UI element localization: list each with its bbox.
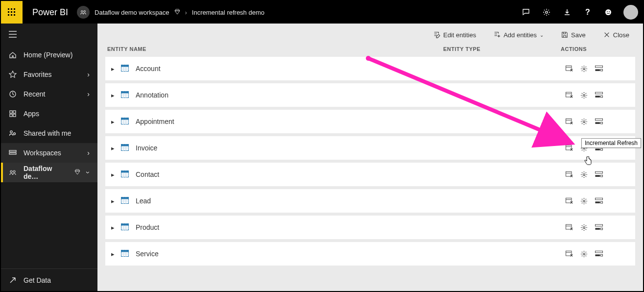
incremental-refresh-action-icon[interactable] <box>595 92 603 98</box>
incremental-refresh-action-icon[interactable] <box>595 224 603 231</box>
svg-rect-116 <box>601 228 603 230</box>
settings-button[interactable] <box>536 1 557 24</box>
svg-rect-59 <box>566 119 572 123</box>
settings-action-icon[interactable] <box>580 197 588 204</box>
expand-caret-icon[interactable]: ▸ <box>111 250 118 258</box>
nav-workspaces[interactable]: Workspaces › <box>1 143 97 163</box>
nav-home[interactable]: Home (Preview) <box>1 45 97 65</box>
properties-action-icon[interactable] <box>566 224 573 231</box>
svg-rect-36 <box>595 66 602 68</box>
expand-caret-icon[interactable]: ▸ <box>111 92 118 99</box>
properties-action-icon[interactable] <box>566 145 573 151</box>
breadcrumb-separator: › <box>185 9 187 16</box>
expand-caret-icon[interactable]: ▸ <box>111 145 118 152</box>
user-avatar[interactable] <box>623 5 638 20</box>
edit-entities-button[interactable]: Edit entities <box>433 31 476 39</box>
svg-rect-64 <box>601 122 603 124</box>
entity-row[interactable]: ▸ Annotation <box>105 83 635 107</box>
entity-row[interactable]: ▸ Invoice <box>105 136 635 160</box>
tooltip-incremental-refresh: Incremental Refresh <box>581 138 641 148</box>
shared-icon <box>9 129 17 137</box>
incremental-refresh-action-icon[interactable] <box>595 65 603 72</box>
svg-rect-77 <box>601 148 603 150</box>
svg-point-10 <box>84 11 86 13</box>
incremental-refresh-action-icon[interactable] <box>595 197 603 204</box>
svg-rect-3 <box>8 11 9 13</box>
settings-action-icon[interactable] <box>580 224 588 231</box>
expand-caret-icon[interactable]: ▸ <box>111 224 118 231</box>
nav-shared[interactable]: Shared with me <box>1 123 97 143</box>
properties-action-icon[interactable] <box>566 250 573 257</box>
add-entities-button[interactable]: Add entities ⌄ <box>494 31 544 39</box>
table-entity-icon <box>121 223 129 232</box>
settings-action-icon[interactable] <box>580 171 588 178</box>
download-icon <box>563 8 571 16</box>
expand-caret-icon[interactable]: ▸ <box>111 118 118 125</box>
properties-action-icon[interactable] <box>566 118 573 125</box>
svg-rect-8 <box>14 14 15 16</box>
settings-action-icon[interactable] <box>580 92 588 98</box>
svg-rect-33 <box>566 66 572 71</box>
table-entity-icon <box>121 65 129 73</box>
svg-rect-90 <box>601 175 603 177</box>
expand-caret-icon[interactable]: ▸ <box>111 171 118 178</box>
close-button[interactable]: Close <box>603 31 629 39</box>
tool-label: Save <box>571 31 586 39</box>
gear-icon <box>543 8 550 16</box>
nav-apps[interactable]: Apps <box>1 104 97 123</box>
workspaces-icon <box>9 149 17 157</box>
nav-favorites[interactable]: Favorites › <box>1 65 97 84</box>
svg-point-24 <box>10 170 12 172</box>
svg-rect-6 <box>8 14 9 16</box>
svg-point-13 <box>607 11 608 12</box>
settings-action-icon[interactable] <box>580 118 588 125</box>
properties-action-icon[interactable] <box>566 92 573 98</box>
svg-rect-46 <box>566 92 572 97</box>
svg-rect-16 <box>10 111 12 113</box>
svg-rect-1 <box>11 8 12 10</box>
star-icon <box>9 71 17 78</box>
workspace-group-icon <box>9 169 17 176</box>
properties-action-icon[interactable] <box>566 171 573 178</box>
entity-row[interactable]: ▸ Appointment <box>105 110 635 133</box>
svg-rect-32 <box>121 65 129 67</box>
nav-get-data[interactable]: Get Data <box>1 268 97 291</box>
breadcrumb-workspace[interactable]: Dataflow demo workspace <box>95 9 169 16</box>
settings-action-icon[interactable] <box>580 65 588 72</box>
nav-toggle-button[interactable] <box>1 24 97 45</box>
help-button[interactable]: ? <box>577 1 598 24</box>
expand-caret-icon[interactable]: ▸ <box>111 65 118 73</box>
entity-list: ▸ Account ▸ Annotation <box>97 57 643 268</box>
entity-row[interactable]: ▸ Account <box>105 57 635 80</box>
svg-rect-76 <box>595 148 600 150</box>
table-entity-icon <box>121 118 129 126</box>
svg-rect-4 <box>11 11 12 13</box>
nav-current-workspace[interactable]: Dataflow de… › <box>1 163 97 182</box>
svg-rect-45 <box>121 91 129 93</box>
save-button[interactable]: Save <box>561 31 586 39</box>
chevron-right-icon: › <box>87 71 90 78</box>
properties-action-icon[interactable] <box>566 197 573 204</box>
settings-action-icon[interactable] <box>580 250 588 257</box>
expand-caret-icon[interactable]: ▸ <box>111 197 118 205</box>
entity-row[interactable]: ▸ Contact <box>105 163 635 186</box>
breadcrumb-item[interactable]: Incremental refresh demo <box>192 9 264 16</box>
app-launcher-button[interactable] <box>1 1 23 24</box>
svg-point-20 <box>10 131 12 133</box>
entity-row[interactable]: ▸ Product <box>105 216 635 239</box>
smile-button[interactable] <box>598 1 619 24</box>
smile-icon <box>604 8 612 16</box>
incremental-refresh-action-icon[interactable] <box>595 171 603 178</box>
svg-rect-7 <box>11 14 12 16</box>
feedback-button[interactable] <box>516 1 536 24</box>
entity-row[interactable]: ▸ Lead <box>105 189 635 213</box>
incremental-refresh-action-icon[interactable] <box>595 250 603 257</box>
entity-row[interactable]: ▸ Service <box>105 242 635 266</box>
svg-point-100 <box>583 200 585 202</box>
col-entity-type: Entity Type <box>443 46 561 52</box>
download-button[interactable] <box>557 1 577 24</box>
nav-recent[interactable]: Recent › <box>1 84 97 104</box>
properties-action-icon[interactable] <box>566 65 573 72</box>
incremental-refresh-action-icon[interactable] <box>595 118 603 125</box>
svg-rect-18 <box>10 114 12 117</box>
